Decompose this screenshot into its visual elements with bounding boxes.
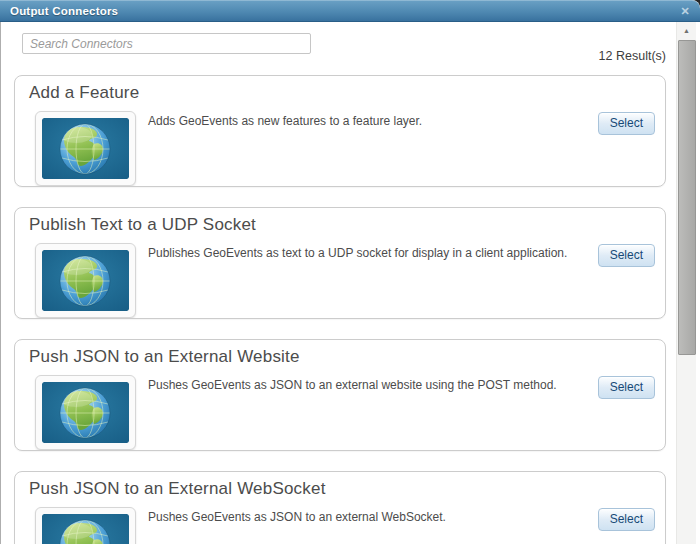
globe-thumbnail [35,507,136,544]
dialog-content: 12 Result(s) Add a Feature [0,22,700,544]
scroll-up-button[interactable]: ▲ [677,22,696,39]
connector-row: Pushes GeoEvents as JSON to an external … [29,507,655,544]
connector-title: Push JSON to an External WebSocket [29,479,655,499]
connector-row: Adds GeoEvents as new features to a feat… [29,111,655,186]
select-button[interactable]: Select [598,508,655,531]
globe-thumbnail [35,243,136,318]
connector-description: Pushes GeoEvents as JSON to an external … [148,375,655,393]
connector-description: Pushes GeoEvents as JSON to an external … [148,507,655,525]
globe-thumbnail [35,375,136,450]
connector-title: Push JSON to an External Website [29,347,655,367]
connector-card: Push JSON to an External Website [14,339,666,451]
connector-title: Add a Feature [29,83,655,103]
connector-card: Push JSON to an External WebSocket [14,471,666,544]
select-button[interactable]: Select [598,112,655,135]
connector-description: Adds GeoEvents as new features to a feat… [148,111,655,129]
connector-card: Add a Feature [14,75,666,187]
dialog-title: Output Connectors [0,0,118,22]
connector-card: Publish Text to a UDP Socket [14,207,666,319]
select-button[interactable]: Select [598,244,655,267]
globe-icon [42,382,129,443]
results-count: 12 Result(s) [599,49,666,63]
globe-thumbnail [35,111,136,186]
dialog-titlebar[interactable]: Output Connectors ✕ [0,0,700,22]
connector-row: Pushes GeoEvents as JSON to an external … [29,375,655,450]
select-button[interactable]: Select [598,376,655,399]
close-icon[interactable]: ✕ [678,4,692,18]
scrollbar-thumb[interactable] [678,40,696,355]
connector-row: Publishes GeoEvents as text to a UDP soc… [29,243,655,318]
scrollbar[interactable]: ▲ [676,22,696,544]
search-input[interactable] [22,33,311,54]
connector-description: Publishes GeoEvents as text to a UDP soc… [148,243,655,261]
connector-list: Add a Feature [14,75,666,544]
connector-title: Publish Text to a UDP Socket [29,215,655,235]
globe-icon [42,514,129,544]
scroll-up-arrow-icon: ▲ [683,27,690,34]
globe-icon [42,250,129,311]
output-connectors-dialog: Output Connectors ✕ 12 Result(s) Add a F… [0,0,700,544]
globe-icon [42,118,129,179]
